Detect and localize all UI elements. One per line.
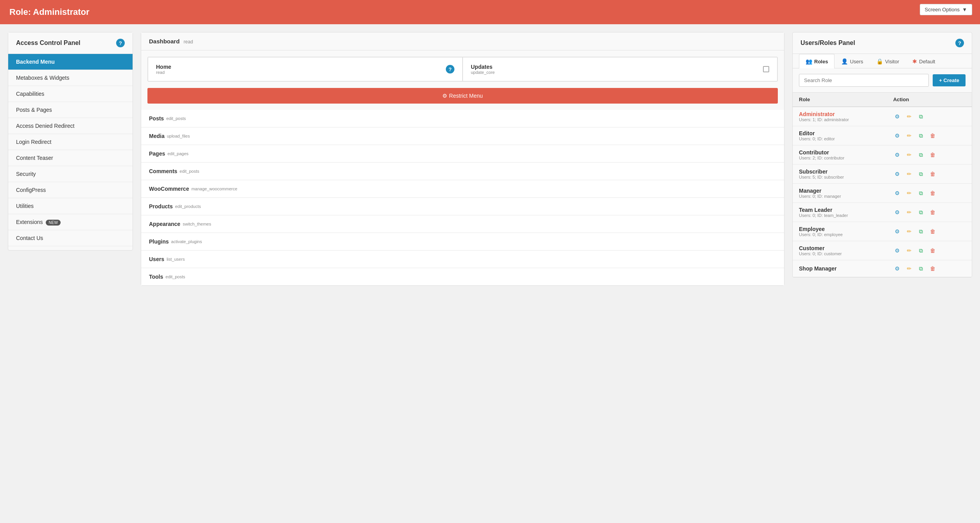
menu-item-plugins[interactable]: Pluginsactivate_plugins	[141, 233, 784, 251]
role-name: Employee	[799, 226, 881, 232]
tab-visitor[interactable]: 🔒Visitor	[870, 54, 906, 68]
home-help-icon[interactable]: ?	[446, 65, 454, 73]
gear-icon[interactable]: ⚙	[893, 189, 902, 197]
delete-icon[interactable]: 🗑	[928, 150, 937, 159]
table-row: EmployeeUsers: 0; ID: employee ⚙ ✏ ⧉ 🗑	[793, 222, 972, 241]
table-row: SubscriberUsers: 5; ID: subscriber ⚙ ✏ ⧉…	[793, 165, 972, 184]
dashboard-title: Dashboard read	[149, 38, 193, 45]
users-tab-icon: 👤	[841, 58, 848, 64]
menu-item-pages[interactable]: Pagesedit_pages	[141, 145, 784, 163]
right-panel-help-icon[interactable]: ?	[955, 39, 964, 47]
edit-icon[interactable]: ✏	[905, 131, 914, 140]
copy-icon[interactable]: ⧉	[917, 227, 925, 236]
create-role-button[interactable]: + Create	[933, 74, 966, 86]
sidebar-item-metaboxes-widgets[interactable]: Metaboxes & Widgets	[8, 70, 133, 86]
help-icon[interactable]: ?	[116, 39, 125, 47]
table-row: CustomerUsers: 0; ID: customer ⚙ ✏ ⧉ 🗑	[793, 241, 972, 260]
edit-icon[interactable]: ✏	[905, 264, 914, 273]
menu-item-comments[interactable]: Commentsedit_posts	[141, 163, 784, 180]
tab-default[interactable]: ✱Default	[906, 54, 942, 68]
tab-users[interactable]: 👤Users	[835, 54, 870, 68]
copy-icon[interactable]: ⧉	[917, 189, 925, 197]
menu-item-posts[interactable]: Postsedit_posts	[141, 110, 784, 127]
delete-icon[interactable]: 🗑	[928, 208, 937, 217]
copy-icon[interactable]: ⧉	[917, 246, 925, 255]
sidebar-item-access-denied-redirect[interactable]: Access Denied Redirect	[8, 118, 133, 134]
action-icons: ⚙ ✏ ⧉ 🗑	[893, 246, 966, 255]
copy-icon[interactable]: ⧉	[917, 131, 925, 140]
gear-icon[interactable]: ⚙	[893, 208, 902, 217]
gear-icon[interactable]: ⚙	[893, 246, 902, 255]
role-name: Customer	[799, 245, 881, 251]
gear-icon[interactable]: ⚙	[893, 264, 902, 273]
dashboard-title-sub: read	[184, 39, 193, 45]
gear-icon[interactable]: ⚙	[893, 227, 902, 236]
edit-icon[interactable]: ✏	[905, 189, 914, 197]
delete-icon[interactable]: 🗑	[928, 264, 937, 273]
menu-item-products[interactable]: Productsedit_products	[141, 198, 784, 215]
delete-icon[interactable]: 🗑	[928, 227, 937, 236]
access-control-panel-title: Access Control Panel ?	[8, 32, 133, 54]
search-role-input[interactable]	[799, 74, 929, 87]
sidebar-item-configpress[interactable]: ConfigPress	[8, 182, 133, 198]
updates-label: Updates	[471, 64, 495, 70]
menu-item-appearance[interactable]: Appearanceswitch_themes	[141, 215, 784, 233]
delete-icon[interactable]: 🗑	[928, 131, 937, 140]
action-icons: ⚙ ✏ ⧉ 🗑	[893, 264, 966, 273]
edit-icon[interactable]: ✏	[905, 208, 914, 217]
gear-icon[interactable]: ⚙	[893, 150, 902, 159]
dashboard-title-text: Dashboard	[149, 38, 179, 45]
copy-icon[interactable]: ⧉	[917, 112, 925, 121]
role-name: Team Leader	[799, 207, 881, 213]
delete-icon[interactable]: 🗑	[928, 189, 937, 197]
role-meta: Users: 0; ID: editor	[799, 136, 881, 141]
menu-item-media[interactable]: Mediaupload_files	[141, 127, 784, 145]
sidebar-item-contact-us[interactable]: Contact Us	[8, 230, 133, 246]
edit-icon[interactable]: ✏	[905, 150, 914, 159]
sidebar-item-utilities[interactable]: Utilities	[8, 198, 133, 214]
action-icons: ⚙ ✏ ⧉ 🗑	[893, 150, 966, 159]
restrict-menu-button[interactable]: ⚙ Restrict Menu	[147, 88, 778, 104]
edit-icon[interactable]: ✏	[905, 170, 914, 178]
role-meta: Users: 0; ID: team_leader	[799, 213, 881, 218]
copy-icon[interactable]: ⧉	[917, 150, 925, 159]
updates-checkbox[interactable]	[763, 66, 769, 72]
sidebar-item-extensions[interactable]: ExtensionsNEW	[8, 214, 133, 230]
edit-icon[interactable]: ✏	[905, 246, 914, 255]
copy-icon[interactable]: ⧉	[917, 208, 925, 217]
sidebar-item-login-redirect[interactable]: Login Redirect	[8, 134, 133, 150]
sidebar-item-capabilities[interactable]: Capabilities	[8, 86, 133, 102]
gear-icon[interactable]: ⚙	[893, 131, 902, 140]
chevron-down-icon: ▼	[962, 7, 967, 13]
menu-item-woocommerce[interactable]: WooCommercemanage_woocommerce	[141, 180, 784, 198]
sidebar-item-content-teaser[interactable]: Content Teaser	[8, 150, 133, 166]
copy-icon[interactable]: ⧉	[917, 170, 925, 178]
role-meta: Users: 0; ID: employee	[799, 232, 881, 237]
new-badge: NEW	[46, 220, 60, 226]
sidebar-item-posts-pages[interactable]: Posts & Pages	[8, 102, 133, 118]
edit-icon[interactable]: ✏	[905, 227, 914, 236]
table-row: ManagerUsers: 0; ID: manager ⚙ ✏ ⧉ 🗑	[793, 184, 972, 203]
menu-item-tools[interactable]: Toolsedit_posts	[141, 268, 784, 285]
tab-roles[interactable]: 👥Roles	[799, 54, 835, 68]
action-icons: ⚙ ✏ ⧉ 🗑	[893, 189, 966, 197]
default-tab-icon: ✱	[912, 58, 917, 64]
edit-icon[interactable]: ✏	[905, 112, 914, 121]
menu-item-users[interactable]: Userslist_users	[141, 251, 784, 268]
role-name: Manager	[799, 188, 881, 194]
role-name: Administrator	[33, 7, 89, 17]
copy-icon[interactable]: ⧉	[917, 264, 925, 273]
sidebar-item-backend-menu[interactable]: Backend Menu	[8, 54, 133, 70]
table-row: EditorUsers: 0; ID: editor ⚙ ✏ ⧉ 🗑	[793, 126, 972, 145]
screen-options-button[interactable]: Screen Options ▼	[920, 4, 972, 15]
role-name[interactable]: Administrator	[799, 111, 881, 117]
delete-icon[interactable]: 🗑	[928, 170, 937, 178]
action-column-header: Action	[887, 93, 972, 107]
sidebar-item-security[interactable]: Security	[8, 166, 133, 182]
role-prefix: Role:	[9, 7, 33, 17]
gear-icon[interactable]: ⚙	[893, 170, 902, 178]
gear-icon[interactable]: ⚙	[893, 112, 902, 121]
delete-icon[interactable]: 🗑	[928, 246, 937, 255]
role-meta: Users: 0; ID: customer	[799, 251, 881, 256]
role-meta: Users: 5; ID: subscriber	[799, 175, 881, 179]
